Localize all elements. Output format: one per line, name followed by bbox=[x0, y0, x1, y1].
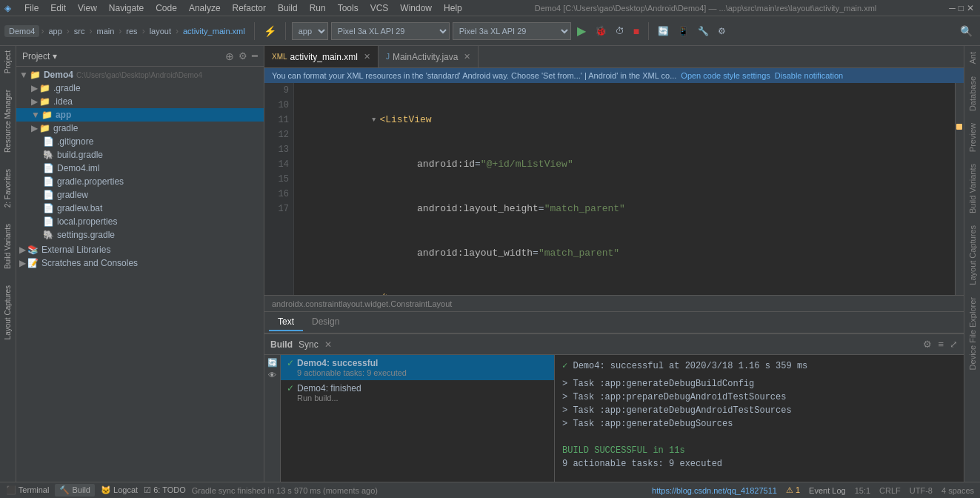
layout-captures-right-tab[interactable]: Layout Captures bbox=[967, 219, 979, 291]
tree-item-idea[interactable]: ▶ 📁 .idea bbox=[16, 95, 264, 108]
fold-marker-14[interactable]: ▾ bbox=[371, 292, 377, 295]
menu-code[interactable]: Code bbox=[150, 0, 183, 16]
menu-vcs[interactable]: VCS bbox=[364, 0, 395, 16]
menu-file[interactable]: File bbox=[19, 0, 44, 16]
tab-close-activity[interactable]: ✕ bbox=[364, 52, 370, 62]
status-bar: ⬛ Terminal 🔨 Build 🐱 Logcat ☑ 6: TODO Gr… bbox=[0, 482, 980, 498]
menu-refactor[interactable]: Refactor bbox=[227, 0, 272, 16]
tree-item-gradle-props[interactable]: 📄 gradle.properties bbox=[16, 175, 264, 188]
sync-close-btn[interactable]: ✕ bbox=[324, 339, 332, 350]
tree-item-ext-libs[interactable]: ▶ 📚 External Libraries bbox=[16, 243, 264, 256]
sdk-manager-button[interactable]: 🔧 bbox=[695, 24, 712, 38]
disable-notification-link[interactable]: Disable notification bbox=[775, 71, 843, 80]
minimize-btn[interactable]: ─ bbox=[949, 3, 956, 13]
terminal-tab[interactable]: ⬛ Terminal bbox=[6, 485, 49, 495]
tab-activity-main[interactable]: XML activity_main.xml ✕ bbox=[264, 46, 379, 67]
tree-item-local-props[interactable]: 📄 local.properties bbox=[16, 215, 264, 228]
tree-item-gradle-hidden[interactable]: ▶ 📁 .gradle bbox=[16, 82, 264, 95]
project-manager-tab[interactable]: Project bbox=[1, 46, 14, 78]
editor-scrollbar[interactable] bbox=[955, 83, 964, 295]
menu-edit[interactable]: Edit bbox=[44, 0, 72, 16]
tree-item-scratches[interactable]: ▶ 📝 Scratches and Consoles bbox=[16, 256, 264, 270]
add-icon[interactable]: ⊕ bbox=[225, 50, 234, 62]
code-editor: 9 10 11 12 13 14 15 16 17 ▾<ListView bbox=[264, 83, 964, 295]
database-tab[interactable]: Database bbox=[967, 70, 979, 117]
sync-button[interactable]: ⚡ bbox=[261, 24, 279, 39]
resource-manager-tab[interactable]: Resource Manager bbox=[1, 85, 14, 157]
demo4-breadcrumb[interactable]: Demo4 bbox=[4, 25, 39, 37]
sync-icon[interactable]: 🔄 bbox=[267, 358, 278, 368]
tree-label-build-gradle: build.gradle bbox=[57, 150, 103, 160]
maximize-btn[interactable]: □ bbox=[959, 3, 964, 13]
settings-panel-icon[interactable]: ⚙ bbox=[923, 339, 932, 350]
device2-select[interactable]: Pixel 3a XL API 29 bbox=[453, 22, 571, 40]
build-variants-right-tab[interactable]: Build Variants bbox=[967, 158, 979, 219]
build-item-2[interactable]: ✓ Demo4: finished Run build... bbox=[281, 380, 554, 405]
tab-close-main[interactable]: ✕ bbox=[464, 52, 470, 62]
tree-item-build-gradle[interactable]: 🐘 build.gradle bbox=[16, 148, 264, 162]
device-file-explorer-tab[interactable]: Device File Explorer bbox=[967, 291, 979, 376]
menu-window[interactable]: Window bbox=[394, 0, 438, 16]
event-log-label[interactable]: Event Log bbox=[809, 486, 846, 495]
device1-select[interactable]: Pixel 3a XL API 29 bbox=[331, 22, 450, 40]
expand-panel-icon[interactable]: ⤢ bbox=[950, 339, 958, 350]
menu-run[interactable]: Run bbox=[304, 0, 332, 16]
code-content[interactable]: ▾<ListView android:id="@+id/mListView" a… bbox=[294, 83, 955, 295]
run-button[interactable]: ▶ bbox=[574, 22, 589, 39]
tree-item-gradlew-bat[interactable]: 📄 gradlew.bat bbox=[16, 202, 264, 215]
sync-project-button[interactable]: 🔄 bbox=[655, 24, 672, 38]
menu-bar: ◈ File Edit View Navigate Code Analyze R… bbox=[0, 0, 980, 16]
menu-build[interactable]: Build bbox=[272, 0, 304, 16]
expand-icon: ▶ bbox=[19, 258, 26, 268]
menu-tools[interactable]: Tools bbox=[332, 0, 364, 16]
app-breadcrumb[interactable]: app bbox=[45, 25, 64, 37]
build-item-1[interactable]: ✓ Demo4: successful 9 actionable tasks: … bbox=[281, 355, 554, 380]
layout-panel-icon[interactable]: ≡ bbox=[938, 339, 944, 350]
main-breadcrumb[interactable]: main bbox=[94, 25, 118, 37]
sync-label[interactable]: Sync bbox=[299, 339, 319, 350]
layout-breadcrumb[interactable]: layout bbox=[147, 25, 174, 37]
res-breadcrumb[interactable]: res bbox=[123, 25, 140, 37]
tab-mainactivity[interactable]: J MainActivity.java ✕ bbox=[379, 46, 479, 67]
tab-design[interactable]: Design bbox=[303, 313, 348, 331]
scratch-icon: 📝 bbox=[27, 258, 39, 268]
eye-icon[interactable]: 👁 bbox=[268, 371, 276, 379]
notifications-badge[interactable]: ⚠ 1 bbox=[786, 485, 800, 495]
menu-view[interactable]: View bbox=[72, 0, 103, 16]
menu-navigate[interactable]: Navigate bbox=[103, 0, 150, 16]
search-everywhere[interactable]: 🔍 bbox=[957, 24, 976, 39]
menu-analyze[interactable]: Analyze bbox=[183, 0, 227, 16]
favorites-tab[interactable]: 2: Favorites bbox=[1, 165, 14, 212]
settings-icon[interactable]: ⚙ bbox=[239, 50, 247, 62]
tab-text[interactable]: Text bbox=[269, 313, 303, 331]
tree-item-gradlew[interactable]: 📄 gradlew bbox=[16, 188, 264, 202]
tree-item-gradle[interactable]: ▶ 📁 gradle bbox=[16, 122, 264, 135]
close-btn[interactable]: ✕ bbox=[967, 3, 974, 13]
tree-item-gitignore[interactable]: 📄 .gitignore bbox=[16, 135, 264, 148]
settings-button[interactable]: ⚙ bbox=[715, 24, 729, 38]
preview-tab[interactable]: Preview bbox=[967, 117, 979, 158]
tree-item-settings-gradle[interactable]: 🐘 settings.gradle bbox=[16, 228, 264, 242]
open-code-style-link[interactable]: Open code style settings bbox=[681, 71, 770, 80]
tree-item-demo4[interactable]: ▼ 📁 Demo4 C:\Users\gao\Desktop\Android\D… bbox=[16, 68, 264, 82]
layout-captures-tab[interactable]: Layout Captures bbox=[1, 281, 14, 344]
fold-marker-10[interactable]: ▾ bbox=[371, 114, 377, 125]
menu-help[interactable]: Help bbox=[438, 0, 468, 16]
csdn-link[interactable]: https://blog.csdn.net/qq_41827511 bbox=[652, 486, 777, 495]
file-breadcrumb[interactable]: activity_main.xml bbox=[180, 25, 248, 37]
build-variants-tab[interactable]: Build Variants bbox=[1, 219, 14, 273]
tree-item-app[interactable]: ▼ 📁 app bbox=[16, 108, 264, 122]
collapse-icon[interactable]: ━ bbox=[252, 50, 258, 62]
src-breadcrumb[interactable]: src bbox=[71, 25, 88, 37]
tree-item-iml[interactable]: 📄 Demo4.iml bbox=[16, 162, 264, 175]
profile-button[interactable]: ⏱ bbox=[613, 24, 627, 38]
todo-tab[interactable]: ☑ 6: TODO bbox=[144, 485, 186, 495]
debug-button[interactable]: 🐞 bbox=[592, 24, 610, 38]
logcat-tab[interactable]: 🐱 Logcat bbox=[101, 485, 138, 495]
ant-tab[interactable]: Ant bbox=[967, 46, 979, 70]
editor-mode-tabs: Text Design bbox=[264, 311, 964, 333]
stop-button[interactable]: ■ bbox=[630, 24, 642, 39]
build-tab-bottom[interactable]: 🔨 Build bbox=[55, 484, 95, 497]
avd-manager-button[interactable]: 📱 bbox=[675, 24, 692, 38]
app-select[interactable]: app bbox=[292, 22, 328, 40]
